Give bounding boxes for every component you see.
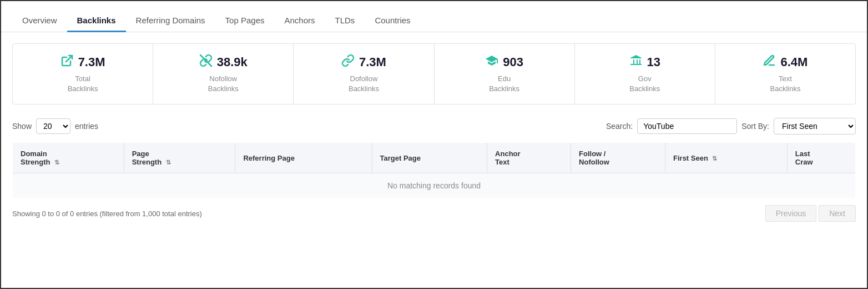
dofollow-value: 7.3M [359, 55, 386, 69]
tab-anchors[interactable]: Anchors [275, 10, 325, 32]
nofollow-icon [199, 54, 213, 71]
svg-line-0 [66, 56, 72, 62]
text-backlinks-label: TextBacklinks [770, 74, 800, 94]
data-table: DomainStrength ⇅ PageStrength ⇅ Referrin… [12, 142, 856, 198]
search-label: Search: [606, 122, 633, 131]
stat-text-backlinks: 6.4M TextBacklinks [715, 44, 855, 104]
stats-section: 7.3M TotalBacklinks 38.9k NofollowBackl [1, 32, 867, 110]
col-follow-nofollow: Follow /Nofollow [571, 143, 665, 173]
entries-label: entries [75, 122, 98, 131]
previous-button[interactable]: Previous [765, 205, 816, 222]
no-records-message: No matching records found [13, 173, 856, 198]
tab-referring-domains[interactable]: Referring Domains [126, 10, 215, 32]
col-first-seen[interactable]: First Seen ⇅ [665, 143, 788, 173]
tab-tlds[interactable]: TLDs [325, 10, 365, 32]
total-backlinks-value: 7.3M [78, 55, 105, 69]
edu-icon [485, 54, 498, 71]
stat-nofollow-backlinks: 38.9k NofollowBacklinks [153, 44, 294, 104]
edu-label: EduBacklinks [489, 74, 519, 94]
stat-edu-backlinks: 903 EduBacklinks [435, 44, 575, 104]
stat-dofollow-backlinks: 7.3M DofollowBacklinks [294, 44, 434, 104]
entries-select[interactable]: 20 10 50 100 [36, 118, 70, 134]
text-backlinks-value: 6.4M [780, 55, 808, 69]
text-icon [763, 54, 776, 71]
col-last-craw: LastCraw [787, 143, 855, 173]
col-anchor-text: AnchorText [487, 143, 571, 173]
col-target-page: Target Page [372, 143, 487, 173]
table-section: DomainStrength ⇅ PageStrength ⇅ Referrin… [1, 142, 867, 198]
stat-gov-backlinks: 13 GovBacklinks [575, 44, 715, 104]
dofollow-icon [341, 54, 355, 71]
tab-nav: Overview Backlinks Referring Domains Top… [1, 1, 867, 32]
table-header-row: DomainStrength ⇅ PageStrength ⇅ Referrin… [13, 143, 856, 173]
footer-row: Showing 0 to 0 of 0 entries (filtered fr… [1, 198, 867, 228]
external-link-icon [60, 54, 74, 71]
dofollow-label: DofollowBacklinks [349, 74, 379, 94]
sort-label: Sort By: [741, 122, 769, 131]
gov-value: 13 [647, 55, 660, 69]
total-backlinks-label: TotalBacklinks [68, 74, 98, 94]
tab-backlinks[interactable]: Backlinks [67, 10, 126, 32]
gov-label: GovBacklinks [629, 74, 660, 94]
sort-arrow-page: ⇅ [166, 159, 171, 166]
col-domain-strength[interactable]: DomainStrength ⇅ [13, 143, 124, 173]
edu-value: 903 [503, 55, 523, 69]
footer-info: Showing 0 to 0 of 0 entries (filtered fr… [12, 210, 202, 218]
nofollow-label: NofollowBacklinks [208, 74, 239, 94]
search-input[interactable] [637, 118, 737, 134]
stat-total-backlinks: 7.3M TotalBacklinks [13, 44, 153, 104]
next-button[interactable]: Next [819, 205, 856, 222]
sort-arrow-first-seen: ⇅ [712, 155, 717, 162]
stats-cards: 7.3M TotalBacklinks 38.9k NofollowBackl [12, 43, 856, 104]
gov-icon [629, 54, 643, 71]
tab-countries[interactable]: Countries [365, 10, 420, 32]
nofollow-value: 38.9k [217, 55, 248, 69]
col-page-strength[interactable]: PageStrength ⇅ [124, 143, 235, 173]
tab-top-pages[interactable]: Top Pages [215, 10, 275, 32]
show-label: Show [12, 122, 32, 131]
sort-arrow-domain: ⇅ [54, 159, 59, 166]
no-records-row: No matching records found [13, 173, 856, 198]
controls-row: Show 20 10 50 100 entries Search: Sort B… [1, 110, 867, 142]
col-referring-page: Referring Page [235, 143, 372, 173]
sort-select[interactable]: First Seen Last Seen Domain Strength Pag… [774, 118, 856, 134]
tab-overview[interactable]: Overview [12, 10, 67, 32]
